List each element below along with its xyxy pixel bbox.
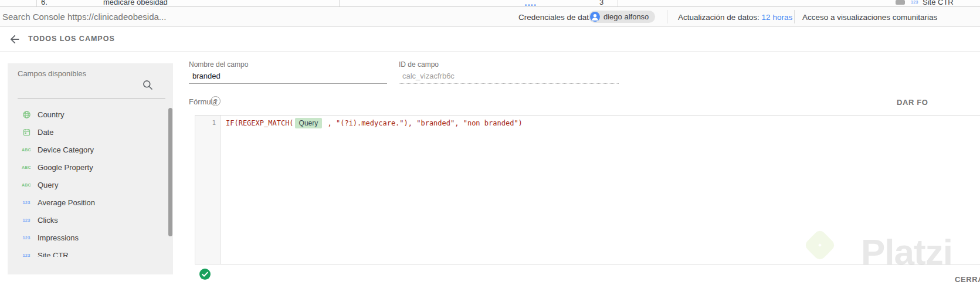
number-type-icon: 123 bbox=[21, 253, 32, 257]
field-id-value: calc_vizacfrb6c bbox=[402, 72, 455, 80]
field-name-underline bbox=[189, 83, 387, 84]
code-before-chip: IF(REGEXP_MATCH( bbox=[226, 119, 294, 127]
field-name: Query bbox=[38, 181, 58, 189]
sidebar-field-google-property[interactable]: ABC Google Property bbox=[8, 158, 166, 176]
search-icon bbox=[142, 79, 154, 91]
available-fields-title: Campos disponibles bbox=[18, 69, 86, 78]
bg-value-cell: 3 bbox=[599, 0, 603, 6]
bg-query-cell: medicare obesidad bbox=[103, 0, 168, 6]
number-type-icon: 123 bbox=[911, 0, 918, 4]
available-fields-panel: Campos disponibles Country Date ABC Devi… bbox=[8, 63, 173, 274]
background-report-strip: 6. medicare obesidad 3 123 Site CTR bbox=[0, 0, 980, 7]
table-divider bbox=[618, 0, 618, 7]
community-visualizations-link[interactable]: Acceso a visualizaciones comunitarias bbox=[802, 13, 937, 22]
field-name-input[interactable]: branded bbox=[192, 72, 221, 80]
sidebar-field-country[interactable]: Country bbox=[8, 106, 166, 123]
globe-icon bbox=[21, 110, 32, 119]
avatar bbox=[590, 12, 600, 22]
field-name: Google Property bbox=[38, 163, 93, 172]
sidebar-field-device-category[interactable]: ABC Device Category bbox=[8, 141, 166, 158]
search-fields-button[interactable] bbox=[142, 79, 155, 92]
close-button[interactable]: CERRA bbox=[955, 275, 980, 284]
number-type-icon: 123 bbox=[21, 200, 32, 205]
back-arrow-icon bbox=[8, 33, 21, 46]
sidebar-field-average-position[interactable]: 123 Average Position bbox=[8, 194, 166, 211]
format-button[interactable]: DAR FO bbox=[897, 98, 928, 107]
datasource-toolbar: Search Console https://clinicadeobesida.… bbox=[0, 7, 980, 27]
field-name: Country bbox=[38, 110, 65, 119]
field-name: Date bbox=[38, 128, 53, 137]
calendar-icon bbox=[21, 128, 32, 137]
toolbar-divider bbox=[794, 10, 795, 23]
search-underline bbox=[18, 98, 165, 99]
credentials-label: Credenciales de datos: bbox=[518, 13, 599, 22]
text-type-icon: ABC bbox=[21, 148, 32, 152]
query-field-chip[interactable]: Query bbox=[295, 118, 323, 128]
bg-scrollbar-thumb[interactable] bbox=[896, 0, 905, 5]
refresh-label: Actualización de datos: bbox=[678, 13, 759, 22]
table-divider bbox=[36, 0, 37, 7]
datasource-title: Search Console https://clinicadeobesida.… bbox=[2, 12, 166, 22]
field-name: Clicks bbox=[38, 216, 58, 225]
field-name-label: Nombre del campo bbox=[189, 60, 248, 69]
formula-help-icon[interactable]: ? bbox=[211, 96, 221, 106]
back-button[interactable] bbox=[8, 33, 22, 47]
sidebar-field-site-ctr[interactable]: 123 Site CTR bbox=[8, 246, 166, 257]
sidebar-field-impressions[interactable]: 123 Impressions bbox=[8, 229, 166, 246]
sidebar-field-clicks[interactable]: 123 Clicks bbox=[8, 211, 166, 229]
bg-field-name: Site CTR bbox=[923, 0, 954, 6]
field-name: Device Category bbox=[38, 145, 94, 154]
sidebar-field-query[interactable]: ABC Query bbox=[8, 176, 166, 194]
formula-line: IF(REGEXP_MATCH(Query , "(?i).medycare."… bbox=[226, 118, 523, 128]
formula-code-editor[interactable]: 1 IF(REGEXP_MATCH(Query , "(?i).medycare… bbox=[195, 115, 980, 264]
fields-subheader: TODOS LOS CAMPOS bbox=[0, 27, 980, 52]
refresh-interval-link[interactable]: 12 horas bbox=[762, 13, 793, 22]
refresh-status: Actualización de datos: 12 horas bbox=[678, 13, 792, 22]
field-id-label: ID de campo bbox=[399, 60, 439, 69]
person-icon bbox=[590, 12, 600, 22]
table-divider bbox=[339, 0, 340, 7]
number-type-icon: 123 bbox=[21, 218, 32, 223]
credentials-owner-chip[interactable]: diego alfonso bbox=[589, 11, 655, 23]
number-type-icon: 123 bbox=[21, 235, 32, 240]
text-type-icon: ABC bbox=[21, 183, 32, 187]
credentials-user-name: diego alfonso bbox=[603, 12, 649, 21]
field-name: Impressions bbox=[38, 233, 79, 242]
field-id-underline bbox=[399, 83, 619, 84]
toolbar-divider bbox=[667, 10, 667, 23]
text-type-icon: ABC bbox=[21, 165, 32, 169]
code-after-chip: , "(?i).medycare."), "branded", "non bra… bbox=[323, 119, 523, 127]
line-number: 1 bbox=[212, 119, 216, 127]
field-name: Average Position bbox=[38, 198, 95, 207]
all-fields-title: TODOS LOS CAMPOS bbox=[28, 35, 115, 43]
sidebar-field-date[interactable]: Date bbox=[8, 123, 166, 141]
field-name: Site CTR bbox=[38, 251, 69, 257]
field-list: Country Date ABC Device Category ABC Goo… bbox=[8, 106, 166, 257]
line-number-gutter: 1 bbox=[195, 116, 221, 264]
field-list-scrollbar[interactable] bbox=[168, 108, 172, 236]
formula-valid-check-icon bbox=[199, 269, 211, 280]
bg-row-number: 6. bbox=[41, 0, 48, 6]
